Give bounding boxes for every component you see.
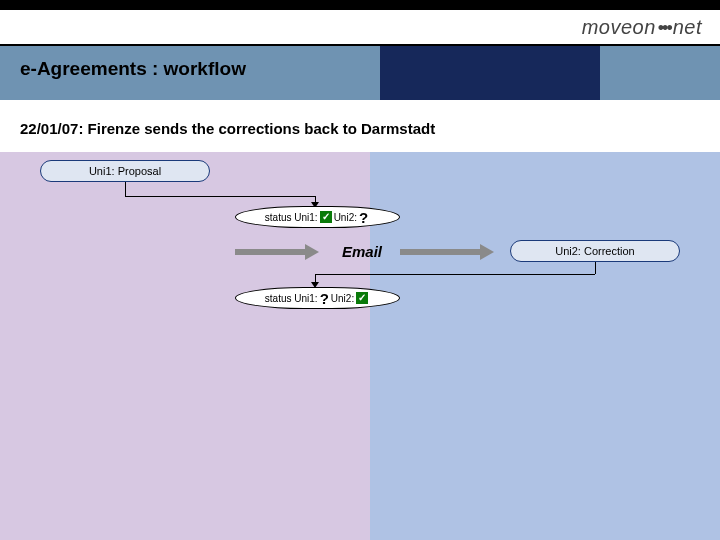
- logo-part1: moveon: [582, 16, 656, 38]
- connector: [315, 274, 316, 282]
- node-uni1-proposal: Uni1: Proposal: [40, 160, 210, 182]
- logo-dots-icon: •••: [658, 18, 671, 39]
- node-uni2-correction: Uni2: Correction: [510, 240, 680, 262]
- page-title: e-Agreements : workflow: [20, 58, 246, 80]
- top-strip: [0, 0, 720, 10]
- status1-uni2-label: Uni2:: [334, 212, 357, 223]
- status2-uni2-label: Uni2:: [331, 293, 354, 304]
- check-icon: ✓: [320, 211, 332, 223]
- connector: [595, 262, 596, 274]
- check-icon: ✓: [356, 292, 368, 304]
- title-band-dark: [380, 46, 600, 100]
- node-uni2-correction-label: Uni2: Correction: [555, 245, 634, 257]
- connector: [125, 196, 315, 197]
- node-uni1-proposal-label: Uni1: Proposal: [89, 165, 161, 177]
- status-pill-2: status Uni1: ? Uni2: ✓: [235, 287, 400, 309]
- question-icon: ?: [359, 209, 368, 226]
- status2-uni1-label: status Uni1:: [265, 293, 318, 304]
- email-label: Email: [342, 243, 382, 260]
- status1-uni1-label: status Uni1:: [265, 212, 318, 223]
- slide: moveon•••net e-Agreements : workflow 22/…: [0, 0, 720, 540]
- bg-right-shade: [370, 152, 720, 540]
- logo: moveon•••net: [582, 16, 702, 39]
- title-band-right: [600, 46, 720, 100]
- status-pill-1: status Uni1: ✓ Uni2: ?: [235, 206, 400, 228]
- subtitle: 22/01/07: Firenze sends the corrections …: [20, 120, 435, 137]
- question-icon: ?: [320, 290, 329, 307]
- logo-part2: net: [673, 16, 702, 38]
- connector: [125, 182, 126, 196]
- connector: [315, 274, 595, 275]
